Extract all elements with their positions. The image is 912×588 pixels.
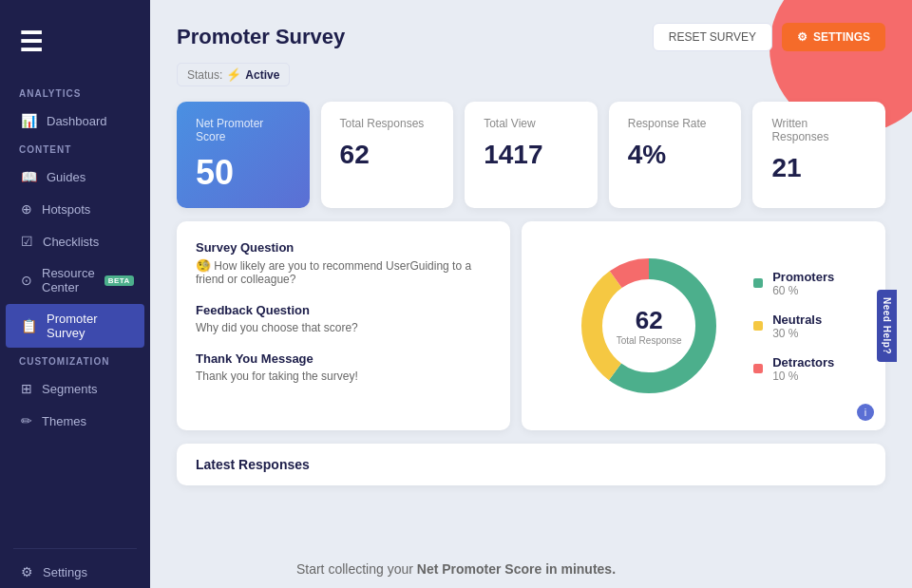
page-title: Promoter Survey <box>177 25 345 49</box>
resource-center-icon: ⊙ <box>21 273 32 288</box>
chart-card: 62 Total Response Promoters 60 % Neutral… <box>522 221 885 430</box>
metric-rate: Response Rate 4% <box>609 102 742 208</box>
segments-icon: ⊞ <box>21 381 32 396</box>
neutrals-dot <box>753 321 763 331</box>
latest-responses-title: Latest Responses <box>196 457 866 472</box>
thankyou-title: Thank You Message <box>196 351 491 366</box>
sidebar-item-label: Guides <box>47 170 86 184</box>
legend-promoters: Promoters 60 % <box>753 270 834 297</box>
detractors-pct: 10 % <box>772 370 834 383</box>
sidebar-item-label: Promoter Survey <box>47 312 129 340</box>
rate-value: 4% <box>628 140 723 170</box>
survey-question-text: 🧐 How likely are you to recommend UserGu… <box>196 258 491 286</box>
status-badge: Status: ⚡ Active <box>177 63 290 86</box>
donut-center: 62 Total Response <box>617 306 682 346</box>
survey-question-section: Survey Question 🧐 How likely are you to … <box>196 240 491 286</box>
status-value: Active <box>245 68 279 82</box>
nps-value: 50 <box>196 153 291 193</box>
page-header: Promoter Survey RESET SURVEY ⚙ SETTINGS <box>177 23 885 51</box>
main-content: Promoter Survey RESET SURVEY ⚙ SETTINGS … <box>150 0 912 588</box>
views-value: 1417 <box>484 140 579 170</box>
feedback-text: Why did you choose that score? <box>196 321 491 334</box>
sidebar-section-content: CONTENT <box>0 137 150 161</box>
promoter-survey-icon: 📋 <box>21 318 37 333</box>
sidebar-item-label: Settings <box>43 565 87 579</box>
sidebar-item-segments[interactable]: ⊞ Segments <box>6 373 144 404</box>
sidebar-item-label: Segments <box>42 382 98 396</box>
promoters-dot <box>753 278 763 288</box>
promoters-pct: 60 % <box>772 284 834 297</box>
themes-icon: ✏ <box>21 413 32 428</box>
lightning-icon: ⚡ <box>226 67 241 82</box>
latest-responses-card: Latest Responses <box>177 444 885 485</box>
guides-icon: 📖 <box>21 169 37 184</box>
feedback-question-section: Feedback Question Why did you choose tha… <box>196 303 491 334</box>
detractors-label: Detractors <box>772 355 834 370</box>
donut-label: Total Response <box>617 335 682 346</box>
promoters-label: Promoters <box>772 270 834 284</box>
written-value: 21 <box>771 153 866 183</box>
neutrals-label: Neutrals <box>772 313 822 327</box>
tagline-bold: Net Promoter Score in minutes. <box>417 561 616 577</box>
nps-label: Net Promoter Score <box>196 117 291 143</box>
status-prefix: Status: <box>187 68 222 82</box>
sidebar-item-promoter-survey[interactable]: 📋 Promoter Survey <box>6 304 144 348</box>
metric-responses: Total Responses 62 <box>321 102 454 208</box>
neutrals-text: Neutrals 30 % <box>772 313 822 340</box>
settings-button[interactable]: ⚙ SETTINGS <box>782 23 885 51</box>
donut-chart: 62 Total Response <box>573 250 725 402</box>
legend-neutrals: Neutrals 30 % <box>753 313 834 340</box>
neutrals-pct: 30 % <box>772 327 822 340</box>
status-bar: Status: ⚡ Active <box>177 63 885 86</box>
metrics-row: Net Promoter Score 50 Total Responses 62… <box>177 102 885 208</box>
question-emoji: 🧐 <box>196 258 211 273</box>
bottom-row: Survey Question 🧐 How likely are you to … <box>177 221 885 430</box>
responses-label: Total Responses <box>340 117 435 130</box>
survey-question-title: Survey Question <box>196 240 491 255</box>
donut-number: 62 <box>617 306 682 335</box>
sidebar-logo: ☰ <box>0 0 150 81</box>
chart-legend: Promoters 60 % Neutrals 30 % Detractors <box>753 270 834 383</box>
rate-label: Response Rate <box>628 117 723 130</box>
metric-nps: Net Promoter Score 50 <box>177 102 310 208</box>
sidebar-item-label: Resource Center <box>42 266 95 294</box>
sidebar-item-resource-center[interactable]: ⊙ Resource Center BETA <box>6 258 144 302</box>
beta-badge: BETA <box>104 275 134 286</box>
sidebar-item-checklists[interactable]: ☑ Checklists <box>6 226 144 256</box>
hotspots-icon: ⊕ <box>21 201 32 217</box>
responses-value: 62 <box>340 140 435 170</box>
reset-survey-button[interactable]: RESET SURVEY <box>653 23 772 51</box>
sidebar-item-themes[interactable]: ✏ Themes <box>6 406 144 436</box>
settings-icon: ⚙ <box>21 564 33 579</box>
promoters-text: Promoters 60 % <box>772 270 834 297</box>
thankyou-section: Thank You Message Thank you for taking t… <box>196 351 491 383</box>
need-help-tab[interactable]: Need Help? <box>877 290 897 362</box>
sidebar-item-label: Themes <box>42 414 86 428</box>
metric-written: Written Responses 21 <box>752 102 885 208</box>
sidebar-item-hotspots[interactable]: ⊕ Hotspots <box>6 194 144 224</box>
sidebar-section-analytics: ANALYTICS <box>0 81 150 104</box>
question-body: How likely are you to recommend UserGuid… <box>196 259 471 286</box>
tagline-prefix: Start collecting your <box>296 561 417 577</box>
detractors-text: Detractors 10 % <box>772 355 834 383</box>
sidebar-item-dashboard[interactable]: 📊 Dashboard <box>6 105 144 136</box>
sidebar-item-label: Hotspots <box>42 202 90 217</box>
thankyou-text: Thank you for taking the survey! <box>196 370 491 383</box>
settings-btn-icon: ⚙ <box>797 30 808 44</box>
written-label: Written Responses <box>771 117 866 143</box>
sidebar-bottom: ⚙ Settings <box>0 541 150 588</box>
sidebar: ☰ ANALYTICS 📊 Dashboard CONTENT 📖 Guides… <box>0 0 150 588</box>
info-button[interactable]: i <box>857 404 874 421</box>
legend-detractors: Detractors 10 % <box>753 355 834 383</box>
checklists-icon: ☑ <box>21 234 33 249</box>
header-actions: RESET SURVEY ⚙ SETTINGS <box>653 23 885 51</box>
sidebar-divider <box>13 548 137 549</box>
feedback-title: Feedback Question <box>196 303 491 317</box>
sidebar-item-label: Dashboard <box>47 114 107 128</box>
views-label: Total View <box>484 117 579 130</box>
logo-icon: ☰ <box>19 27 43 58</box>
detractors-dot <box>753 364 763 373</box>
sidebar-item-guides[interactable]: 📖 Guides <box>6 161 144 192</box>
sidebar-item-settings[interactable]: ⚙ Settings <box>6 557 144 587</box>
sidebar-item-label: Checklists <box>43 235 99 249</box>
